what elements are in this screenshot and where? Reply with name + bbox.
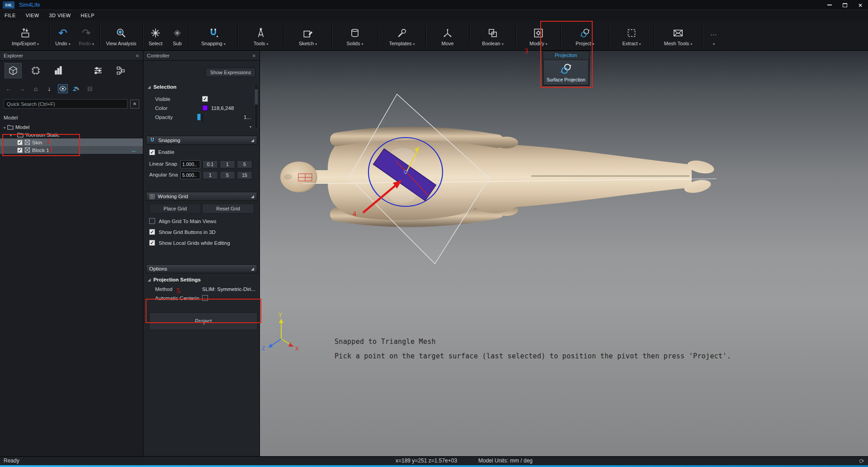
toolbar-undo[interactable]: ↶ Undo xyxy=(51,21,75,50)
toolbar-redo[interactable]: ↷ Redo xyxy=(75,21,98,50)
close-icon[interactable] xyxy=(136,53,139,58)
toolbar-sub[interactable]: Sub xyxy=(167,21,188,50)
chevron-down-icon xyxy=(413,41,415,46)
body-model[interactable] xyxy=(280,131,715,220)
chevron-down-icon xyxy=(224,41,226,46)
show-local-grids-label: Show Local Grids while Editing xyxy=(159,240,230,246)
opacity-slider[interactable] xyxy=(202,114,203,123)
annotation-box-tree xyxy=(2,134,80,156)
home-icon[interactable]: ⌂ xyxy=(31,84,41,93)
viewport-3d[interactable]: Y X Z Snapped to Triangle Mesh Pick a po… xyxy=(260,51,868,456)
minimize-button[interactable] xyxy=(822,0,837,10)
tree-row-model[interactable]: Model xyxy=(0,123,143,131)
visible-checkbox[interactable] xyxy=(202,96,208,102)
section-label: Snapping xyxy=(158,138,180,143)
menu-file[interactable]: FILE xyxy=(5,13,16,18)
slider-handle[interactable] xyxy=(197,114,201,120)
toolbar-sketch[interactable]: Sketch xyxy=(286,21,330,50)
toolbar-separator xyxy=(425,24,426,47)
toolbar-label: View Analysis xyxy=(106,41,136,46)
chevron-down-icon xyxy=(502,41,504,46)
close-icon[interactable] xyxy=(252,53,256,58)
toolbar-separator xyxy=(189,24,189,47)
expander-icon[interactable] xyxy=(4,124,5,130)
back-icon[interactable]: ← xyxy=(4,84,14,93)
angular-snap-input[interactable]: 5.000.. xyxy=(180,171,200,179)
clear-search-icon[interactable] xyxy=(130,100,139,109)
section-label: Options xyxy=(149,266,167,272)
toolbar-view-analysis[interactable]: View Analysis xyxy=(101,21,141,50)
pivot-point[interactable] xyxy=(404,171,407,173)
explorer-panel: Explorer ← → ⌂ ↓ xyxy=(0,51,143,456)
menu-help[interactable]: HELP xyxy=(81,13,94,18)
expand-down-icon[interactable]: ↓ xyxy=(44,84,54,93)
angular-step-button[interactable]: 5 xyxy=(220,171,235,179)
opacity-value: 1... xyxy=(244,114,251,120)
working-grid-section-header[interactable]: Working Grid ◢ xyxy=(146,192,257,201)
linear-step-button[interactable]: 5 xyxy=(237,160,252,168)
toolbar-templates[interactable]: Templates xyxy=(380,21,424,50)
options-section-header[interactable]: Options ◢ xyxy=(146,264,257,273)
close-button[interactable] xyxy=(853,0,868,10)
toolbar-label: Boolean xyxy=(482,41,500,46)
reset-grid-button[interactable]: Reset Grid xyxy=(202,204,254,214)
menu-3d-view[interactable]: 3D VIEW xyxy=(49,13,71,18)
menu-view[interactable]: VIEW xyxy=(26,13,39,18)
scrollbar-thumb[interactable] xyxy=(255,89,258,105)
snapping-section-header[interactable]: Snapping ◢ xyxy=(146,136,257,145)
toolbar-tools[interactable]: Tools xyxy=(239,21,283,50)
method-value[interactable]: SLIM: Symmetric-Diri... xyxy=(202,286,255,292)
sliders-icon xyxy=(93,65,104,76)
axis-y-label: Y xyxy=(278,312,282,318)
jump-to-item-icon[interactable]: ← xyxy=(131,147,137,154)
chevron-down-icon xyxy=(315,41,317,46)
tab-simulation[interactable] xyxy=(27,63,44,78)
angular-step-button[interactable]: 15 xyxy=(237,171,252,179)
collapse-triangle-icon: ◢ xyxy=(148,85,151,89)
color-swatch[interactable] xyxy=(202,105,208,111)
align-grid-label: Align Grid To Main Views xyxy=(159,219,216,224)
toolbar-label: Snapping xyxy=(201,41,222,46)
place-grid-button[interactable]: Place Grid xyxy=(149,204,201,214)
selection-section-title[interactable]: ◢ Selection xyxy=(148,84,176,90)
show-grid-buttons-checkbox[interactable] xyxy=(149,229,155,235)
search-input[interactable] xyxy=(4,99,127,109)
maximize-button[interactable] xyxy=(837,0,853,10)
scrollbar[interactable] xyxy=(255,84,258,129)
toolbar-separator xyxy=(516,24,516,47)
chevron-down-icon xyxy=(361,41,363,46)
tab-properties[interactable] xyxy=(90,63,107,78)
toolbar-imp-export[interactable]: Imp/Export xyxy=(3,21,48,50)
toolbar-move[interactable]: Move xyxy=(427,21,468,50)
linear-step-button[interactable]: 0.1 xyxy=(203,160,218,168)
main-area: Explorer ← → ⌂ ↓ xyxy=(0,51,868,456)
tab-analysis[interactable] xyxy=(50,63,67,78)
collapse-chevron-icon[interactable]: ▾ xyxy=(250,125,251,129)
title-bar: S4L Sim4Life xyxy=(0,0,868,10)
toolbar-select[interactable]: Select xyxy=(144,21,167,50)
visibility-eye-icon[interactable] xyxy=(58,84,68,93)
toolbar-extract[interactable]: Extract xyxy=(611,21,652,50)
collapse-all-icon[interactable]: ⊟ xyxy=(85,84,95,93)
toolbar-snapping[interactable]: Snapping xyxy=(191,21,236,50)
toolbar-boolean[interactable]: Boolean xyxy=(471,21,514,50)
tab-hierarchy[interactable] xyxy=(112,63,129,78)
toolbar-separator xyxy=(702,24,703,47)
toolbar-solids[interactable]: Solids xyxy=(333,21,377,50)
linear-snap-input[interactable]: 1.000.. xyxy=(180,160,200,168)
toolbar-more[interactable]: ... xyxy=(704,21,724,50)
align-grid-checkbox[interactable] xyxy=(149,218,155,224)
angular-step-button[interactable]: 1 xyxy=(203,171,218,179)
toolbar-mesh-tools[interactable]: Mesh Tools xyxy=(656,21,701,50)
show-expressions-button[interactable]: Show Expressions xyxy=(206,68,255,77)
snapping-enable-checkbox[interactable] xyxy=(149,149,155,155)
annotation-number-2: 2 xyxy=(47,137,51,145)
rename-z-icon[interactable]: Z✎ xyxy=(71,84,81,93)
show-local-grids-checkbox[interactable] xyxy=(149,240,155,246)
linear-step-button[interactable]: 1 xyxy=(220,160,235,168)
projection-settings-title[interactable]: ◢ Projection Settings xyxy=(148,277,201,282)
tab-model[interactable] xyxy=(5,63,22,78)
annotation-number-1: 1 xyxy=(49,145,52,153)
grid-icon xyxy=(149,194,155,200)
forward-icon[interactable]: → xyxy=(17,84,27,93)
